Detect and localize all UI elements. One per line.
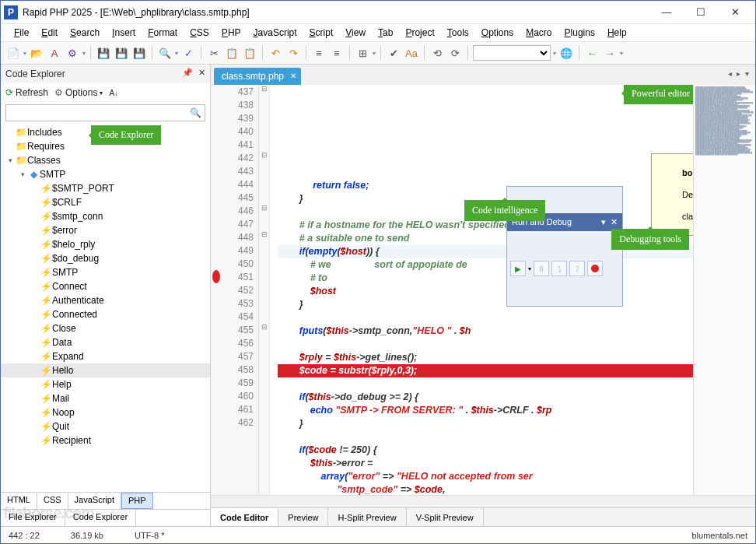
menu-javascript[interactable]: JavaScript <box>248 26 303 40</box>
menu-css[interactable]: CSS <box>184 26 215 40</box>
close-button[interactable]: ✕ <box>718 2 752 23</box>
tree-node[interactable]: ⚡Noop <box>1 405 210 419</box>
code-area[interactable]: bool empty (mixed $var) Determine whethe… <box>270 85 693 495</box>
debug-pause-button[interactable]: ⏸ <box>534 261 549 276</box>
menu-help[interactable]: Help <box>602 26 632 40</box>
explorer-tab[interactable]: File Explorer <box>1 510 65 526</box>
tree-node[interactable]: ⚡$SMTP_PORT <box>1 181 210 195</box>
tree-node[interactable]: ⚡Authenticate <box>1 293 210 307</box>
selector-dropdown[interactable] <box>473 45 551 61</box>
tab-next-icon[interactable]: ▸ <box>737 69 740 78</box>
tree-node[interactable]: ⚡$error <box>1 223 210 237</box>
tool1-button[interactable]: ⟲ <box>429 45 445 61</box>
menu-plugins[interactable]: Plugins <box>559 26 600 40</box>
save-all-button[interactable]: 💾 <box>114 45 129 61</box>
browser-button[interactable]: 🌐 <box>558 45 574 61</box>
code-tree[interactable]: Code Explorer 📁Includes📁Requires▾📁Classe… <box>1 124 210 492</box>
menu-tab[interactable]: Tab <box>373 26 398 40</box>
menu-script[interactable]: Script <box>304 26 339 40</box>
content-tab-php[interactable]: PHP <box>121 493 153 509</box>
tab-prev-icon[interactable]: ◂ <box>728 69 732 78</box>
format-button[interactable]: ⊞ <box>355 45 370 61</box>
menu-edit[interactable]: Edit <box>36 26 63 40</box>
indent-left-button[interactable]: ≡ <box>311 45 327 61</box>
tree-node[interactable]: ▾◆SMTP <box>1 167 210 181</box>
tree-node[interactable]: ⚡$CRLF <box>1 195 210 209</box>
validate-button[interactable]: ✔ <box>386 45 401 61</box>
open-button[interactable]: 📂 <box>29 45 44 61</box>
tree-node[interactable]: ⚡Quit <box>1 419 210 433</box>
tree-search-input[interactable] <box>9 107 190 118</box>
debug-step2-button[interactable]: ⤴ <box>569 261 585 276</box>
forward-button[interactable]: → <box>602 45 618 61</box>
tree-node[interactable]: ⚡$smtp_conn <box>1 209 210 223</box>
debug-play-button[interactable]: ▶ <box>510 261 526 276</box>
explorer-tab[interactable]: Code Explorer <box>65 510 136 526</box>
indent-right-button[interactable]: ≡ <box>329 45 345 61</box>
menu-format[interactable]: Format <box>142 26 183 40</box>
tree-node[interactable]: ▾📁Classes <box>1 153 210 167</box>
cut-button[interactable]: ✂ <box>206 45 222 61</box>
debug-dropdown-icon[interactable]: ▾ <box>601 216 606 229</box>
debug-record-button[interactable] <box>587 261 603 276</box>
menu-options[interactable]: Options <box>476 26 519 40</box>
tree-search[interactable]: 🔍 <box>5 104 205 121</box>
content-tab-css[interactable]: CSS <box>37 493 68 509</box>
redo-button[interactable]: ↷ <box>285 45 301 61</box>
undo-button[interactable]: ↶ <box>268 45 283 61</box>
tree-node[interactable]: ⚡Recipient <box>1 433 210 447</box>
minimize-button[interactable]: — <box>649 2 684 23</box>
tab-menu-icon[interactable]: ▾ <box>745 69 749 78</box>
menu-insert[interactable]: Insert <box>107 26 141 40</box>
menu-file[interactable]: File <box>9 26 34 40</box>
fold-column[interactable]: ⊟⊟⊟⊟⊟ <box>259 85 270 495</box>
menu-php[interactable]: PHP <box>216 26 247 40</box>
tree-node[interactable]: ⚡Data <box>1 335 210 349</box>
tree-node[interactable]: ⚡Close <box>1 321 210 335</box>
editor-view-tab[interactable]: H-Split Preview <box>328 508 406 526</box>
editor-tab[interactable]: class.smtp.php ✕ <box>214 68 301 85</box>
content-tab-javascript[interactable]: JavaScript <box>68 493 121 509</box>
menu-tools[interactable]: Tools <box>442 26 474 40</box>
save-as-button[interactable]: 💾 <box>131 45 147 61</box>
content-tab-html[interactable]: HTML <box>1 493 37 509</box>
menu-macro[interactable]: Macro <box>520 26 557 40</box>
highlight-button[interactable]: Aa <box>404 45 419 61</box>
editor-view-tab[interactable]: V-Split Preview <box>407 508 484 526</box>
tree-node[interactable]: ⚡SMTP <box>1 265 210 279</box>
menu-project[interactable]: Project <box>400 26 439 40</box>
tree-node[interactable]: ⚡$do_debug <box>1 251 210 265</box>
minimap[interactable]: ███████ ███████████ █████████████████ ██… <box>693 85 755 495</box>
editor-view-tab[interactable]: Preview <box>278 508 328 526</box>
back-button[interactable]: ← <box>584 45 600 61</box>
menu-view[interactable]: View <box>340 26 371 40</box>
refresh-button[interactable]: ⟳Refresh <box>5 87 48 98</box>
script-button[interactable]: ⚙ <box>65 45 80 61</box>
tree-node[interactable]: ⚡Connect <box>1 279 210 293</box>
new-file-button[interactable]: 📄 <box>5 45 21 61</box>
tree-node[interactable]: ⚡Connected <box>1 307 210 321</box>
new-a-button[interactable]: A <box>47 45 62 61</box>
save-button[interactable]: 💾 <box>96 45 111 61</box>
paste-button[interactable]: 📋 <box>242 45 257 61</box>
sort-button[interactable]: A↓ <box>109 89 118 97</box>
horizontal-scrollbar[interactable] <box>211 495 755 507</box>
menu-search[interactable]: Search <box>65 26 105 40</box>
debug-step-button[interactable]: ⤵ <box>551 261 567 276</box>
pin-icon[interactable]: 📌 <box>182 68 193 78</box>
maximize-button[interactable]: ☐ <box>684 2 718 23</box>
tab-close-icon[interactable]: ✕ <box>290 72 296 80</box>
tree-node[interactable]: ⚡Mail <box>1 391 210 405</box>
tool2-button[interactable]: ⟳ <box>447 45 463 61</box>
spellcheck-button[interactable]: ✓ <box>180 45 196 61</box>
copy-button[interactable]: 📋 <box>224 45 240 61</box>
tree-node[interactable]: ⚡Help <box>1 377 210 391</box>
tree-node[interactable]: ⚡Expand <box>1 349 210 363</box>
breakpoint-column[interactable] <box>211 85 222 495</box>
search-button[interactable]: 🔍 <box>157 45 173 61</box>
options-button[interactable]: ⚙Options▾ <box>54 87 103 98</box>
tree-node[interactable]: ⚡$helo_rply <box>1 237 210 251</box>
editor-view-tab[interactable]: Code Editor <box>211 508 278 526</box>
debug-close-icon[interactable]: ✕ <box>611 216 618 229</box>
tree-node[interactable]: ⚡Hello <box>1 363 210 377</box>
